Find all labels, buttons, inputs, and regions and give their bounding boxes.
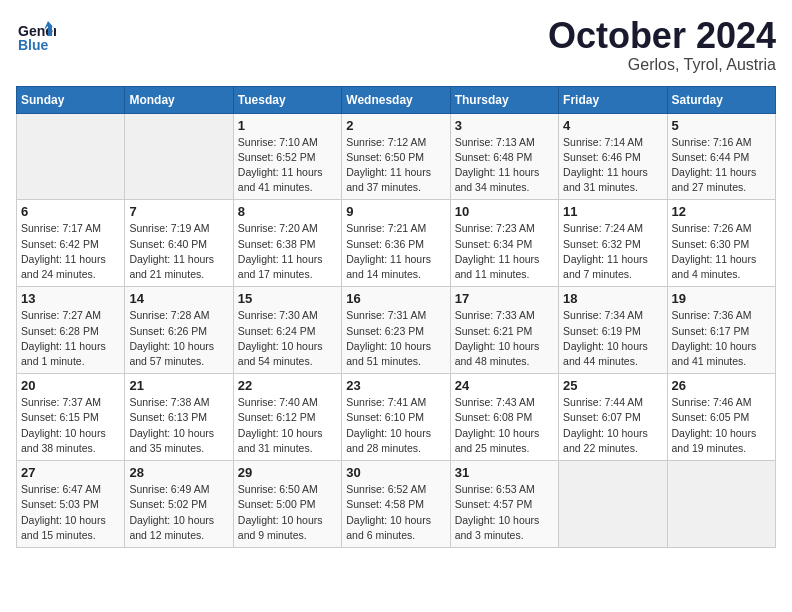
- day-cell: 30Sunrise: 6:52 AMSunset: 4:58 PMDayligh…: [342, 461, 450, 548]
- day-detail: Sunrise: 7:10 AMSunset: 6:52 PMDaylight:…: [238, 135, 337, 196]
- day-number: 1: [238, 118, 337, 133]
- day-number: 10: [455, 204, 554, 219]
- day-detail: Sunrise: 7:19 AMSunset: 6:40 PMDaylight:…: [129, 221, 228, 282]
- day-cell: 9Sunrise: 7:21 AMSunset: 6:36 PMDaylight…: [342, 200, 450, 287]
- day-cell: 20Sunrise: 7:37 AMSunset: 6:15 PMDayligh…: [17, 374, 125, 461]
- day-detail: Sunrise: 7:41 AMSunset: 6:10 PMDaylight:…: [346, 395, 445, 456]
- day-cell: 2Sunrise: 7:12 AMSunset: 6:50 PMDaylight…: [342, 113, 450, 200]
- day-number: 2: [346, 118, 445, 133]
- logo-icon: General Blue: [16, 16, 56, 56]
- day-detail: Sunrise: 7:13 AMSunset: 6:48 PMDaylight:…: [455, 135, 554, 196]
- day-detail: Sunrise: 6:53 AMSunset: 4:57 PMDaylight:…: [455, 482, 554, 543]
- day-cell: 23Sunrise: 7:41 AMSunset: 6:10 PMDayligh…: [342, 374, 450, 461]
- day-detail: Sunrise: 6:49 AMSunset: 5:02 PMDaylight:…: [129, 482, 228, 543]
- day-number: 8: [238, 204, 337, 219]
- location: Gerlos, Tyrol, Austria: [548, 56, 776, 74]
- day-number: 31: [455, 465, 554, 480]
- header-cell-monday: Monday: [125, 86, 233, 113]
- day-number: 23: [346, 378, 445, 393]
- week-row-4: 20Sunrise: 7:37 AMSunset: 6:15 PMDayligh…: [17, 374, 776, 461]
- day-number: 6: [21, 204, 120, 219]
- day-detail: Sunrise: 7:36 AMSunset: 6:17 PMDaylight:…: [672, 308, 771, 369]
- day-cell: 8Sunrise: 7:20 AMSunset: 6:38 PMDaylight…: [233, 200, 341, 287]
- day-detail: Sunrise: 7:27 AMSunset: 6:28 PMDaylight:…: [21, 308, 120, 369]
- header-cell-tuesday: Tuesday: [233, 86, 341, 113]
- header-cell-saturday: Saturday: [667, 86, 775, 113]
- day-number: 4: [563, 118, 662, 133]
- day-cell: 17Sunrise: 7:33 AMSunset: 6:21 PMDayligh…: [450, 287, 558, 374]
- day-number: 27: [21, 465, 120, 480]
- day-number: 29: [238, 465, 337, 480]
- day-cell: 11Sunrise: 7:24 AMSunset: 6:32 PMDayligh…: [559, 200, 667, 287]
- month-title: October 2024: [548, 16, 776, 56]
- day-cell: 19Sunrise: 7:36 AMSunset: 6:17 PMDayligh…: [667, 287, 775, 374]
- logo: General Blue: [16, 16, 56, 60]
- day-detail: Sunrise: 7:16 AMSunset: 6:44 PMDaylight:…: [672, 135, 771, 196]
- day-cell: 21Sunrise: 7:38 AMSunset: 6:13 PMDayligh…: [125, 374, 233, 461]
- day-detail: Sunrise: 7:26 AMSunset: 6:30 PMDaylight:…: [672, 221, 771, 282]
- day-number: 14: [129, 291, 228, 306]
- day-cell: 6Sunrise: 7:17 AMSunset: 6:42 PMDaylight…: [17, 200, 125, 287]
- day-number: 7: [129, 204, 228, 219]
- day-cell: 10Sunrise: 7:23 AMSunset: 6:34 PMDayligh…: [450, 200, 558, 287]
- day-number: 21: [129, 378, 228, 393]
- day-number: 11: [563, 204, 662, 219]
- week-row-2: 6Sunrise: 7:17 AMSunset: 6:42 PMDaylight…: [17, 200, 776, 287]
- day-cell: [667, 461, 775, 548]
- day-cell: 28Sunrise: 6:49 AMSunset: 5:02 PMDayligh…: [125, 461, 233, 548]
- svg-text:Blue: Blue: [18, 37, 49, 53]
- day-cell: 1Sunrise: 7:10 AMSunset: 6:52 PMDaylight…: [233, 113, 341, 200]
- day-cell: 13Sunrise: 7:27 AMSunset: 6:28 PMDayligh…: [17, 287, 125, 374]
- day-detail: Sunrise: 7:30 AMSunset: 6:24 PMDaylight:…: [238, 308, 337, 369]
- day-cell: 15Sunrise: 7:30 AMSunset: 6:24 PMDayligh…: [233, 287, 341, 374]
- header-cell-wednesday: Wednesday: [342, 86, 450, 113]
- day-detail: Sunrise: 7:12 AMSunset: 6:50 PMDaylight:…: [346, 135, 445, 196]
- header-row: SundayMondayTuesdayWednesdayThursdayFrid…: [17, 86, 776, 113]
- day-number: 22: [238, 378, 337, 393]
- calendar-table: SundayMondayTuesdayWednesdayThursdayFrid…: [16, 86, 776, 548]
- page-header: General Blue October 2024 Gerlos, Tyrol,…: [16, 16, 776, 74]
- day-detail: Sunrise: 7:17 AMSunset: 6:42 PMDaylight:…: [21, 221, 120, 282]
- calendar-header: SundayMondayTuesdayWednesdayThursdayFrid…: [17, 86, 776, 113]
- week-row-5: 27Sunrise: 6:47 AMSunset: 5:03 PMDayligh…: [17, 461, 776, 548]
- day-cell: 14Sunrise: 7:28 AMSunset: 6:26 PMDayligh…: [125, 287, 233, 374]
- day-cell: 12Sunrise: 7:26 AMSunset: 6:30 PMDayligh…: [667, 200, 775, 287]
- day-number: 13: [21, 291, 120, 306]
- day-number: 15: [238, 291, 337, 306]
- day-detail: Sunrise: 7:44 AMSunset: 6:07 PMDaylight:…: [563, 395, 662, 456]
- day-cell: 5Sunrise: 7:16 AMSunset: 6:44 PMDaylight…: [667, 113, 775, 200]
- week-row-3: 13Sunrise: 7:27 AMSunset: 6:28 PMDayligh…: [17, 287, 776, 374]
- day-detail: Sunrise: 6:47 AMSunset: 5:03 PMDaylight:…: [21, 482, 120, 543]
- day-cell: 27Sunrise: 6:47 AMSunset: 5:03 PMDayligh…: [17, 461, 125, 548]
- day-detail: Sunrise: 7:38 AMSunset: 6:13 PMDaylight:…: [129, 395, 228, 456]
- week-row-1: 1Sunrise: 7:10 AMSunset: 6:52 PMDaylight…: [17, 113, 776, 200]
- day-cell: 26Sunrise: 7:46 AMSunset: 6:05 PMDayligh…: [667, 374, 775, 461]
- day-detail: Sunrise: 7:34 AMSunset: 6:19 PMDaylight:…: [563, 308, 662, 369]
- day-cell: 3Sunrise: 7:13 AMSunset: 6:48 PMDaylight…: [450, 113, 558, 200]
- header-cell-friday: Friday: [559, 86, 667, 113]
- day-cell: 16Sunrise: 7:31 AMSunset: 6:23 PMDayligh…: [342, 287, 450, 374]
- day-detail: Sunrise: 7:43 AMSunset: 6:08 PMDaylight:…: [455, 395, 554, 456]
- day-detail: Sunrise: 7:20 AMSunset: 6:38 PMDaylight:…: [238, 221, 337, 282]
- day-number: 25: [563, 378, 662, 393]
- day-number: 3: [455, 118, 554, 133]
- day-detail: Sunrise: 7:23 AMSunset: 6:34 PMDaylight:…: [455, 221, 554, 282]
- day-cell: 18Sunrise: 7:34 AMSunset: 6:19 PMDayligh…: [559, 287, 667, 374]
- day-number: 16: [346, 291, 445, 306]
- day-cell: 25Sunrise: 7:44 AMSunset: 6:07 PMDayligh…: [559, 374, 667, 461]
- day-cell: 22Sunrise: 7:40 AMSunset: 6:12 PMDayligh…: [233, 374, 341, 461]
- day-number: 30: [346, 465, 445, 480]
- day-number: 12: [672, 204, 771, 219]
- day-number: 26: [672, 378, 771, 393]
- day-cell: 4Sunrise: 7:14 AMSunset: 6:46 PMDaylight…: [559, 113, 667, 200]
- day-cell: [559, 461, 667, 548]
- header-cell-sunday: Sunday: [17, 86, 125, 113]
- day-detail: Sunrise: 7:37 AMSunset: 6:15 PMDaylight:…: [21, 395, 120, 456]
- day-detail: Sunrise: 7:31 AMSunset: 6:23 PMDaylight:…: [346, 308, 445, 369]
- day-cell: 7Sunrise: 7:19 AMSunset: 6:40 PMDaylight…: [125, 200, 233, 287]
- day-detail: Sunrise: 7:21 AMSunset: 6:36 PMDaylight:…: [346, 221, 445, 282]
- day-number: 28: [129, 465, 228, 480]
- calendar-body: 1Sunrise: 7:10 AMSunset: 6:52 PMDaylight…: [17, 113, 776, 547]
- day-number: 9: [346, 204, 445, 219]
- day-cell: 29Sunrise: 6:50 AMSunset: 5:00 PMDayligh…: [233, 461, 341, 548]
